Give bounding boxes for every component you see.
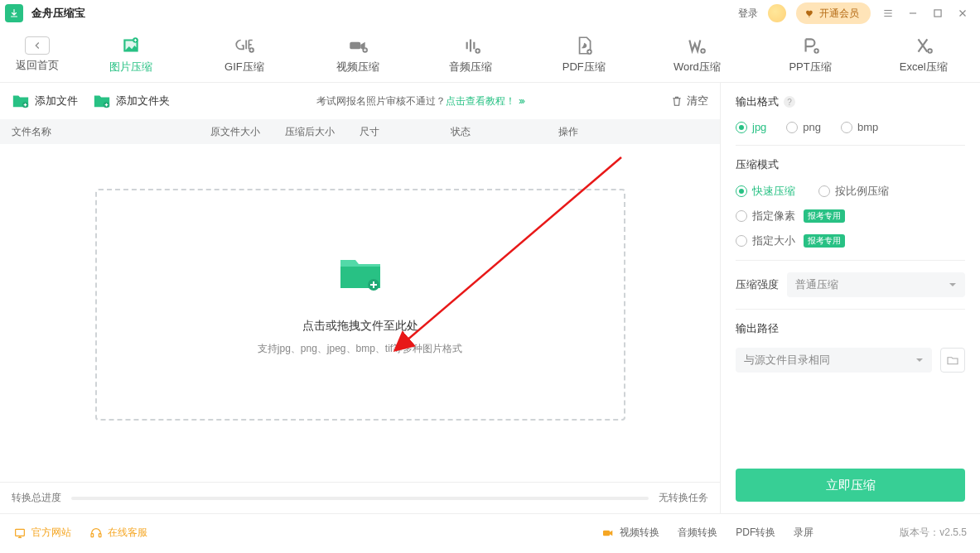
login-link[interactable]: 登录 — [738, 7, 758, 21]
add-folder-button[interactable]: 添加文件夹 — [93, 93, 170, 109]
strength-label: 压缩强度 — [736, 277, 779, 292]
toolbar: 添加文件 添加文件夹 考试网报名照片审核不通过？点击查看教程！››› 清空 — [0, 83, 720, 119]
compress-mode-radios: 快速压缩 按比例压缩 指定像素报考专用 指定大小报考专用 — [736, 184, 965, 248]
titlebar: 金舟压缩宝 登录 开通会员 — [0, 0, 980, 26]
back-label: 返回首页 — [16, 58, 59, 73]
col-status: 状态 — [451, 125, 558, 139]
tab-label: PPT压缩 — [789, 60, 831, 75]
progress-row: 转换总进度 无转换任务 — [0, 482, 720, 513]
official-site-link[interactable]: 官方网站 — [13, 526, 71, 540]
online-service-link[interactable]: 在线客服 — [89, 526, 147, 540]
output-path-title: 输出路径 — [736, 321, 965, 336]
tab-video-compress[interactable]: 视频压缩 — [301, 35, 414, 75]
tip-link[interactable]: 点击查看教程！ — [446, 95, 515, 107]
col-origsize: 原文件大小 — [210, 125, 285, 139]
col-filename: 文件名称 — [12, 125, 210, 139]
svg-rect-15 — [99, 533, 101, 536]
link-screen-record[interactable]: 录屏 — [794, 526, 813, 540]
maximize-icon[interactable] — [930, 7, 945, 19]
progress-bar — [71, 497, 649, 500]
app-name: 金舟压缩宝 — [31, 6, 85, 21]
radio-pixel[interactable]: 指定像素报考专用 — [736, 209, 965, 224]
radio-jpg[interactable]: jpg — [736, 121, 766, 133]
tip-prefix: 考试网报名照片审核不通过？ — [316, 95, 446, 107]
footer: 官方网站 在线客服 视频转换 音频转换 PDF转换 录屏 版本号：v2.5.5 — [0, 513, 980, 551]
add-folder-label: 添加文件夹 — [116, 94, 170, 108]
tab-label: Word压缩 — [673, 60, 721, 75]
compress-mode-title: 压缩模式 — [736, 157, 965, 172]
tab-gif-compress[interactable]: GIF压缩 — [188, 35, 302, 75]
dropzone-subtitle: 支持jpg、png、jpeg、bmp、tif等多种图片格式 — [258, 342, 462, 356]
col-action: 操作 — [558, 125, 708, 139]
clear-button[interactable]: 清空 — [670, 94, 708, 108]
tip-arrows-icon: ››› — [519, 95, 524, 107]
svg-rect-13 — [16, 529, 25, 536]
back-home[interactable]: 返回首页 — [0, 36, 75, 73]
member-button-label: 开通会员 — [819, 7, 859, 21]
radio-ratio[interactable]: 按比例压缩 — [818, 184, 889, 199]
right-panel: 输出格式 ? jpg png bmp 压缩模式 快速压缩 按比例压缩 指定像素报… — [721, 83, 980, 513]
tab-ppt-compress[interactable]: PPT压缩 — [754, 35, 867, 75]
strength-row: 压缩强度 普通压缩 — [736, 272, 965, 297]
svg-rect-14 — [91, 533, 94, 536]
minimize-icon[interactable] — [905, 7, 920, 19]
left-panel: 添加文件 添加文件夹 考试网报名照片审核不通过？点击查看教程！››› 清空 文件… — [0, 83, 721, 513]
tab-excel-compress[interactable]: Excel压缩 — [867, 35, 980, 75]
tab-word-compress[interactable]: Word压缩 — [640, 35, 754, 75]
radio-png[interactable]: png — [786, 121, 821, 133]
output-format-title: 输出格式 ? — [736, 94, 965, 109]
link-pdf-convert[interactable]: PDF转换 — [736, 526, 775, 540]
tab-pdf-compress[interactable]: PDF压缩 — [528, 35, 641, 75]
col-aftersize: 压缩后大小 — [285, 125, 360, 139]
link-audio-convert[interactable]: 音频转换 — [678, 526, 717, 540]
radio-fast[interactable]: 快速压缩 — [736, 184, 795, 199]
browse-folder-button[interactable] — [940, 348, 965, 373]
svg-rect-3 — [350, 41, 360, 49]
tab-label: GIF压缩 — [224, 60, 264, 75]
tab-label: 音频压缩 — [449, 60, 492, 75]
tab-audio-compress[interactable]: 音频压缩 — [414, 35, 528, 75]
strength-select[interactable]: 普通压缩 — [787, 272, 965, 297]
output-format-radios: jpg png bmp — [736, 121, 965, 133]
tab-label: 视频压缩 — [336, 60, 379, 75]
svg-rect-16 — [603, 530, 610, 536]
menu-icon[interactable] — [881, 7, 896, 19]
compress-now-button[interactable]: 立即压缩 — [736, 469, 965, 502]
path-select[interactable]: 与源文件目录相同 — [736, 348, 932, 373]
table-header: 文件名称 原文件大小 压缩后大小 尺寸 状态 操作 — [0, 119, 720, 144]
file-list-area: 点击或拖拽文件至此处 支持jpg、png、jpeg、bmp、tif等多种图片格式 — [0, 144, 720, 482]
col-dimension: 尺寸 — [360, 125, 451, 139]
link-video-convert[interactable]: 视频转换 — [601, 526, 659, 540]
progress-right: 无转换任务 — [659, 491, 708, 505]
tab-image-compress[interactable]: 图片压缩 — [75, 35, 188, 75]
svg-rect-0 — [934, 10, 941, 17]
tabs: 返回首页 图片压缩 GIF压缩 视频压缩 音频压缩 PDF压缩 Word压缩 P… — [0, 26, 980, 83]
close-icon[interactable] — [955, 7, 970, 19]
dropzone-title: 点击或拖拽文件至此处 — [302, 319, 418, 334]
add-file-button[interactable]: 添加文件 — [12, 93, 78, 109]
dropzone[interactable]: 点击或拖拽文件至此处 支持jpg、png、jpeg、bmp、tif等多种图片格式 — [95, 189, 625, 421]
exam-badge: 报考专用 — [804, 209, 845, 223]
add-file-label: 添加文件 — [35, 94, 78, 108]
folder-add-icon — [337, 253, 384, 296]
tab-label: Excel压缩 — [900, 60, 948, 75]
tab-label: PDF压缩 — [562, 60, 606, 75]
radio-size[interactable]: 指定大小报考专用 — [736, 233, 965, 248]
avatar[interactable] — [768, 4, 786, 22]
path-row: 与源文件目录相同 — [736, 348, 965, 373]
app-icon — [5, 4, 23, 22]
exam-badge: 报考专用 — [804, 234, 845, 248]
version-label: 版本号：v2.5.5 — [900, 526, 967, 540]
tab-label: 图片压缩 — [109, 60, 152, 75]
progress-label: 转换总进度 — [12, 491, 61, 505]
radio-bmp[interactable]: bmp — [841, 121, 878, 133]
tip-banner: 考试网报名照片审核不通过？点击查看教程！››› — [185, 94, 655, 108]
open-member-button[interactable]: 开通会员 — [796, 2, 871, 24]
help-icon[interactable]: ? — [784, 96, 795, 108]
clear-label: 清空 — [687, 94, 708, 108]
main: 添加文件 添加文件夹 考试网报名照片审核不通过？点击查看教程！››› 清空 文件… — [0, 83, 980, 513]
